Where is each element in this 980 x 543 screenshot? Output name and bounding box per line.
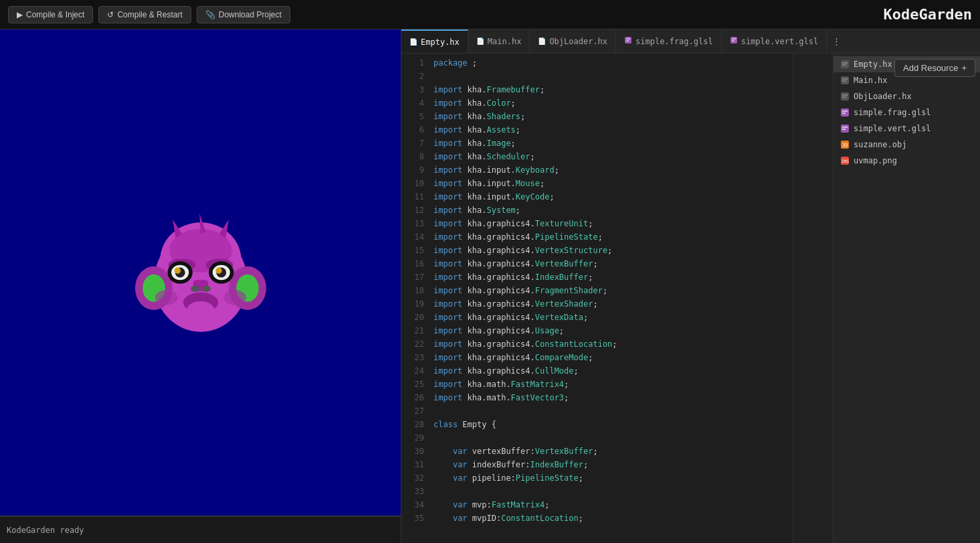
line-number: 15 xyxy=(401,244,424,257)
line-number: 32 xyxy=(401,471,424,485)
line-number: 34 xyxy=(401,498,424,512)
code-line: import kha.graphics4.VertexShader; xyxy=(433,297,787,311)
line-number: 2 xyxy=(401,70,424,83)
code-line: import kha.graphics4.VertexStructure; xyxy=(433,244,787,257)
file-item-suzanne-obj[interactable]: 3Dsuzanne.obj xyxy=(834,137,980,153)
code-line: import kha.Framebuffer; xyxy=(433,83,787,96)
tab-more-button[interactable]: ⋮ xyxy=(827,29,846,53)
line-number: 8 xyxy=(401,150,424,163)
file-sidebar: Empty.hxMain.hxObjLoader.hxsimple.frag.g… xyxy=(833,54,980,543)
editor-tab-Empty-hx[interactable]: 📄Empty.hx xyxy=(401,29,468,53)
minimap xyxy=(793,54,833,543)
file-icon xyxy=(840,76,850,85)
editor-tab-simple-frag-glsl[interactable]: simple.frag.glsl xyxy=(616,29,722,53)
file-icon xyxy=(840,60,850,69)
plus-icon: + xyxy=(961,63,967,73)
svg-text:IMG: IMG xyxy=(842,159,849,163)
line-number: 4 xyxy=(401,96,424,110)
tab-label: simple.vert.glsl xyxy=(741,37,819,46)
line-number: 25 xyxy=(401,378,424,391)
editor-tab-ObjLoader-hx[interactable]: 📄ObjLoader.hx xyxy=(530,29,616,53)
tab-label: Empty.hx xyxy=(421,37,460,47)
line-number: 12 xyxy=(401,204,424,217)
file-icon: IMG xyxy=(840,156,850,165)
tab-label: ObjLoader.hx xyxy=(549,37,607,46)
app-title: KodeGarden xyxy=(884,6,972,23)
line-number: 17 xyxy=(401,270,424,284)
svg-rect-30 xyxy=(730,37,737,44)
editor-content: 1234567891011121314151617181920212223242… xyxy=(401,54,833,543)
status-bar: KodeGarden ready xyxy=(0,516,401,543)
file-icon: 3D xyxy=(840,140,850,149)
line-numbers: 1234567891011121314151617181920212223242… xyxy=(401,54,428,543)
code-line: import kha.graphics4.TextureUnit; xyxy=(433,217,787,230)
preview-canvas xyxy=(0,29,401,516)
svg-rect-33 xyxy=(841,60,849,68)
line-number: 33 xyxy=(401,485,424,498)
compile-inject-button[interactable]: ▶ Compile & Inject xyxy=(8,6,93,23)
file-name: uvmap.png xyxy=(854,156,897,165)
code-line: import kha.input.Mouse; xyxy=(433,177,787,190)
line-number: 26 xyxy=(401,391,424,404)
editor-tab-simple-vert-glsl[interactable]: simple.vert.glsl xyxy=(722,29,827,53)
add-resource-label: Add Resource xyxy=(903,63,958,73)
editor-tab-Main-hx[interactable]: 📄Main.hx xyxy=(468,29,530,53)
line-number: 5 xyxy=(401,110,424,123)
line-number: 3 xyxy=(401,83,424,96)
editor-area: 1234567891011121314151617181920212223242… xyxy=(401,54,833,543)
svg-text:3D: 3D xyxy=(842,143,848,148)
code-line: import kha.graphics4.VertexBuffer; xyxy=(433,257,787,270)
status-text: KodeGarden ready xyxy=(7,526,84,535)
tab-icon xyxy=(730,36,738,46)
svg-point-25 xyxy=(155,290,177,305)
code-line: class Empty { xyxy=(433,418,787,431)
svg-point-19 xyxy=(201,286,210,292)
file-name: Main.hx xyxy=(854,76,888,85)
download-project-button[interactable]: 📎 Download Project xyxy=(197,6,290,23)
svg-rect-45 xyxy=(841,125,849,133)
toolbar: ▶ Compile & Inject ↺ Compile & Restart 📎… xyxy=(0,0,980,29)
compile-restart-button[interactable]: ↺ Compile & Restart xyxy=(98,6,191,23)
file-name: Empty.hx xyxy=(854,60,892,69)
file-item-ObjLoader-hx[interactable]: ObjLoader.hx xyxy=(834,88,980,104)
download-project-label: Download Project xyxy=(219,10,282,19)
code-line: import kha.System; xyxy=(433,204,787,217)
file-item-uvmap-png[interactable]: IMGuvmap.png xyxy=(834,153,980,169)
file-icon xyxy=(840,124,850,133)
tabs-container: 📄Empty.hx📄Main.hx📄ObjLoader.hxsimple.fra… xyxy=(401,29,827,53)
line-number: 10 xyxy=(401,177,424,190)
monkey-preview xyxy=(107,179,294,366)
add-resource-button[interactable]: Add Resource + xyxy=(894,59,975,77)
file-item-simple-frag-glsl[interactable]: simple.frag.glsl xyxy=(834,104,980,121)
code-line: import kha.Assets; xyxy=(433,123,787,137)
line-number: 23 xyxy=(401,351,424,364)
code-line xyxy=(433,485,787,498)
code-line: import kha.graphics4.ConstantLocation; xyxy=(433,337,787,351)
play-icon: ▶ xyxy=(17,10,23,19)
code-line: import kha.Image; xyxy=(433,137,787,150)
file-icon xyxy=(840,108,850,117)
code-line: import kha.graphics4.IndexBuffer; xyxy=(433,270,787,284)
code-line: var mvp:FastMatrix4; xyxy=(433,498,787,512)
line-number: 16 xyxy=(401,257,424,270)
code-line: import kha.input.KeyCode; xyxy=(433,190,787,204)
line-number: 28 xyxy=(401,418,424,431)
code-line: var mvpID:ConstantLocation; xyxy=(433,512,787,525)
right-panel: Add Resource + 📄Empty.hx📄Main.hx📄ObjLoad… xyxy=(401,29,980,543)
code-line: import kha.graphics4.FragmentShader; xyxy=(433,284,787,297)
svg-point-16 xyxy=(215,268,221,274)
line-number: 6 xyxy=(401,123,424,137)
code-line xyxy=(433,70,787,83)
code-line: import kha.Color; xyxy=(433,96,787,110)
editor-with-sidebar: 1234567891011121314151617181920212223242… xyxy=(401,54,980,543)
code-line: import kha.graphics4.CullMode; xyxy=(433,364,787,378)
line-number: 27 xyxy=(401,404,424,418)
code-area[interactable]: package ; import kha.Framebuffer;import … xyxy=(428,54,793,543)
code-line: var pipeline:PipelineState; xyxy=(433,471,787,485)
file-name: simple.frag.glsl xyxy=(854,108,931,117)
line-number: 24 xyxy=(401,364,424,378)
file-item-simple-vert-glsl[interactable]: simple.vert.glsl xyxy=(834,121,980,137)
svg-point-18 xyxy=(191,286,199,292)
file-name: ObjLoader.hx xyxy=(854,92,912,101)
line-number: 35 xyxy=(401,512,424,525)
